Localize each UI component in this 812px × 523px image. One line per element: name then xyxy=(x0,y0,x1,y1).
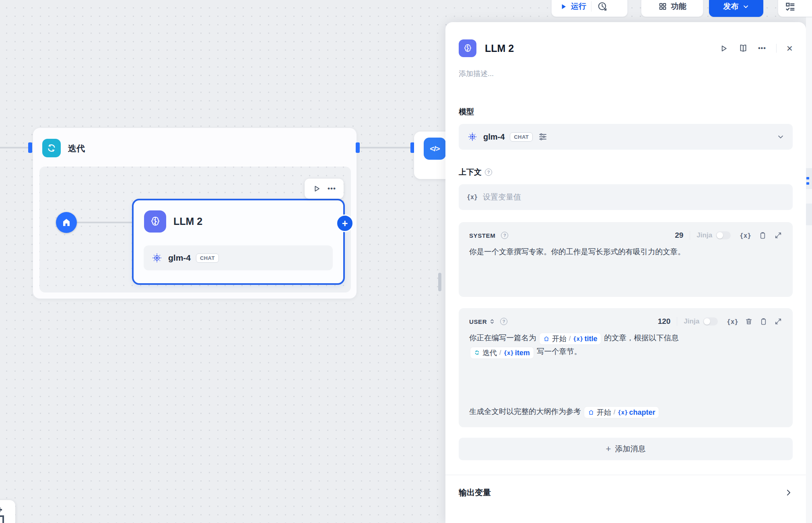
llm-node-selected[interactable]: LLM 2 + glm-4 CHAT xyxy=(132,199,345,285)
glm-model-icon xyxy=(151,252,163,264)
node-more-button[interactable]: ••• xyxy=(328,185,336,193)
variable-pill-chapter[interactable]: 开始/ {x}chapter xyxy=(584,407,659,418)
description-placeholder[interactable]: 添加描述... xyxy=(459,69,793,78)
jinja-toggle[interactable] xyxy=(703,317,718,325)
header-divider xyxy=(776,44,777,53)
delete-icon[interactable] xyxy=(745,317,753,325)
code-icon: </> xyxy=(424,138,446,160)
context-variable-input[interactable]: {x} 设置变量值 xyxy=(459,184,793,210)
iteration-node-title: 迭代 xyxy=(68,143,85,154)
help-icon: ? xyxy=(500,318,507,325)
edge-start-to-llm xyxy=(77,222,133,223)
copy-icon[interactable] xyxy=(759,317,768,326)
llm-node-title: LLM 2 xyxy=(173,216,202,227)
home-icon xyxy=(588,409,594,416)
chevron-right-icon xyxy=(784,488,793,497)
close-panel-button[interactable]: × xyxy=(787,42,793,55)
variable-icon: {x} xyxy=(467,194,478,201)
output-variables-section[interactable]: 输出变量 xyxy=(445,484,806,501)
expand-icon[interactable] xyxy=(774,317,782,325)
llm-node-toolbar: ••• xyxy=(305,179,344,199)
llm-add-next-button[interactable]: + xyxy=(336,214,354,232)
llm-config-panel: LLM 2 ••• × 添加描述... xyxy=(445,22,806,523)
expand-icon[interactable] xyxy=(774,231,782,239)
run-button[interactable]: 运行 xyxy=(552,0,586,16)
user-message-box[interactable]: USER ? 120 Jinja {x} xyxy=(459,308,793,427)
run-history-button[interactable] xyxy=(597,1,608,12)
model-selector[interactable]: glm-4 CHAT xyxy=(459,124,793,150)
panel-run-button[interactable] xyxy=(719,44,728,53)
publish-button[interactable]: 发布 xyxy=(709,0,763,17)
variable-pill-title[interactable]: 开始/ {x}title xyxy=(540,333,601,344)
model-section-label: 模型 xyxy=(459,107,793,117)
iteration-output-port[interactable] xyxy=(356,142,360,153)
panel-resize-handle[interactable] xyxy=(438,273,441,291)
iteration-input-port[interactable] xyxy=(28,142,32,153)
panel-title: LLM 2 xyxy=(485,43,719,54)
model-name: glm-4 xyxy=(483,132,505,142)
jinja-label: Jinja xyxy=(684,317,699,325)
system-message-box[interactable]: SYSTEM ? 29 Jinja {x} xyxy=(459,222,793,297)
workflow-canvas[interactable]: 迭代 ••• LLM 2 + xyxy=(0,0,812,523)
plus-icon: + xyxy=(606,444,611,454)
home-icon xyxy=(543,336,550,342)
insert-variable-button[interactable]: {x} xyxy=(740,232,751,239)
checklist-button[interactable] xyxy=(778,0,812,17)
section-divider xyxy=(445,475,806,475)
token-count: 29 xyxy=(675,231,683,240)
model-params-icon[interactable] xyxy=(538,132,548,142)
user-prompt-text[interactable]: 你正在编写一篇名为 开始/ {x}title 的文章，根据以下信息 xyxy=(459,326,793,358)
help-icon: ? xyxy=(485,169,492,176)
jinja-toggle[interactable] xyxy=(716,231,731,239)
glm-model-icon xyxy=(467,131,478,142)
toolbar-divider xyxy=(591,1,591,12)
llm-node-model-badge: CHAT xyxy=(196,253,219,263)
context-section-label: 上下文 ? xyxy=(459,167,793,177)
loop-icon xyxy=(474,350,480,356)
edge-into-iteration xyxy=(0,147,29,148)
system-role-label: SYSTEM xyxy=(469,232,495,239)
node-play-button[interactable] xyxy=(312,184,321,193)
iteration-icon xyxy=(42,139,61,157)
home-icon xyxy=(61,217,72,228)
llm-node-icon xyxy=(144,210,166,233)
help-icon: ? xyxy=(501,232,508,239)
docs-book-button[interactable] xyxy=(738,43,748,53)
system-prompt-text[interactable]: 你是一个文章撰写专家。你的工作是写长形式的有吸引力的文章。 xyxy=(459,240,793,259)
add-block-palette[interactable] xyxy=(0,500,15,523)
role-switch-icon[interactable] xyxy=(489,318,495,325)
panel-llm-icon xyxy=(459,39,476,57)
token-count: 120 xyxy=(658,317,671,326)
llm-node-model-row: glm-4 CHAT xyxy=(144,245,333,270)
variable-pill-item[interactable]: 迭代/ {x}item xyxy=(470,347,534,358)
jinja-label: Jinja xyxy=(697,231,712,239)
llm-node-model-name: glm-4 xyxy=(168,253,191,263)
model-chevron-down-icon xyxy=(777,133,785,141)
right-edge-panel-sliver xyxy=(806,0,812,523)
iteration-start-node[interactable] xyxy=(56,212,77,233)
copy-icon[interactable] xyxy=(758,231,767,240)
grid-icon xyxy=(658,2,667,11)
user-prompt-text-tail[interactable]: 生成全文时以完整的大纲作为参考 开始/ {x}chapter xyxy=(459,405,670,418)
chevron-down-icon xyxy=(742,3,749,10)
features-button[interactable]: 功能 xyxy=(641,0,703,17)
model-badge: CHAT xyxy=(510,132,533,142)
user-role-label: USER xyxy=(469,318,487,325)
panel-more-button[interactable]: ••• xyxy=(758,45,766,52)
edge-iteration-to-code xyxy=(360,147,410,148)
play-icon xyxy=(560,3,567,10)
insert-variable-button[interactable]: {x} xyxy=(727,318,738,325)
add-message-button[interactable]: + 添加消息 xyxy=(459,438,793,460)
run-group: 运行 xyxy=(551,0,628,17)
